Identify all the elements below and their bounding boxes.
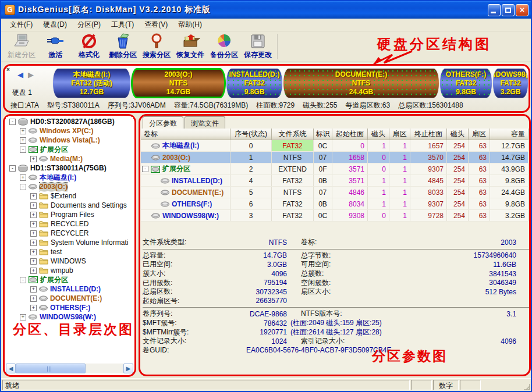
expand-toggle-icon[interactable]: + [30,212,37,218]
格式化-button[interactable]: 格式化 [72,33,106,60]
partition-segment[interactable]: DOCUMENT(E:)NTFS24.4GB [283,68,439,98]
expand-toggle-icon[interactable]: + [30,249,37,255]
tree-item[interactable]: +test [6,247,133,256]
tree-item[interactable]: +DOCUMENT(E:) [6,294,133,303]
tree-item[interactable]: -HD0:ST3200827A(186GB) [6,117,133,126]
expand-toggle-icon[interactable]: - [9,165,16,172]
tree-item[interactable]: +RECYCLED [6,219,133,229]
disk-structure-panel: × ◀ ▶ 硬盘 1 本地磁盘(I:)FAT32 (活动)12.7GB2003(… [3,64,530,113]
menu-item-0[interactable]: 文件(F) [5,19,38,31]
column-header[interactable]: 扇区 [389,129,410,140]
tree-item[interactable]: -HD1:ST380011A(75GB) [6,163,133,173]
激活-button[interactable]: 激活 [38,33,72,60]
expand-toggle-icon[interactable]: - [20,184,26,190]
tree-item[interactable]: +INSTALLED(D:) [6,284,133,294]
expand-toggle-icon[interactable]: + [30,230,37,237]
expand-toggle-icon[interactable]: + [30,193,37,199]
expand-toggle-icon[interactable]: - [20,147,26,153]
table-row[interactable]: INSTALLED(D:)4FAT320B3571114845254639.8G… [141,175,529,187]
panel-close-icon[interactable]: × [6,67,10,73]
tree-item[interactable]: +WINDOWS [6,256,133,266]
expand-toggle-icon[interactable]: + [30,258,37,265]
tree-item[interactable]: +System Volume Informati [6,238,133,247]
scroll-thumb[interactable] [16,364,86,373]
tree-item[interactable]: +本地磁盘(I:) [6,173,133,182]
maximize-button[interactable] [502,4,515,16]
tree-item[interactable]: +OTHERS(F:) [6,303,133,312]
tree-item[interactable]: +Documents and Settings [6,201,133,210]
expand-toggle-icon[interactable]: - [9,119,16,125]
next-disk-icon[interactable]: ▶ [28,70,34,79]
expand-toggle-icon[interactable]: + [30,286,37,293]
column-header[interactable]: 磁头 [447,129,469,140]
expand-toggle-icon[interactable]: + [30,221,37,227]
expand-toggle-icon[interactable]: + [30,202,37,209]
partition-segment[interactable]: 2003(O:)NTFS14.7GB [131,68,226,98]
menu-item-2[interactable]: 分区(P) [72,19,106,31]
备份分区-button[interactable]: 备份分区 [207,33,241,60]
cell: NTFS [272,152,314,163]
column-header[interactable]: 起始柱面 [332,129,368,140]
column-header[interactable]: 容量 [490,129,529,140]
column-header[interactable]: 终止柱面 [410,129,447,140]
tree-item[interactable]: -2003(O:) [6,182,133,191]
cell: 254 [447,210,469,221]
table-row[interactable]: 本地磁盘(I:)0FAT320C01116572546312.7GB [141,140,529,152]
table-row[interactable]: OTHERS(F:)6FAT320B8034119307254639.8GB [141,198,529,210]
minimize-button[interactable] [488,4,501,16]
column-header[interactable]: 文件系统 [272,129,314,140]
resize-grip-icon[interactable] [523,383,531,391]
column-header[interactable]: 磁头 [368,129,389,140]
table-row[interactable]: DOCUMENT(E:)5NTFS0748461180332546324.4GB [141,187,529,198]
prev-disk-icon[interactable]: ◀ [17,70,23,79]
tree-item[interactable]: +Windows Vista(L:) [6,136,133,145]
expand-toggle-icon[interactable]: + [30,295,37,302]
tree-item[interactable]: +Program Files [6,210,133,219]
tree-item[interactable]: +RECYCLER [6,229,133,238]
tab-分区参数[interactable]: 分区参数 [143,116,183,129]
menu-item-4[interactable]: 查看(V) [139,19,173,31]
menu-item-1[interactable]: 硬盘(D) [38,19,72,31]
expand-toggle-icon[interactable]: - [142,166,148,172]
partition-segment[interactable]: INSTALLED(D:)FAT329.8GB [226,68,283,98]
menu-item-5[interactable]: 帮助(H) [173,19,207,31]
scroll-right-icon[interactable]: ▶ [123,364,133,373]
expand-toggle-icon[interactable]: + [30,305,37,311]
close-button[interactable]: × [516,4,529,16]
partition-segment[interactable]: WINDOWS98(W:)FAT323.2GB [492,68,529,98]
expand-toggle-icon[interactable]: + [30,156,37,162]
保存更改-button[interactable]: 保存更改 [241,33,275,60]
tree-item[interactable]: +wmpub [6,266,133,275]
删除分区-button[interactable]: 删除分区 [106,33,140,60]
expand-toggle-icon[interactable]: + [20,314,26,320]
partition-segment[interactable]: OTHERS(F:)FAT329.8GB [439,68,492,98]
table-row[interactable]: 2003(O:)1NTFS0716580135702546314.7GB [141,152,529,163]
partition-cylinder-bar: 本地磁盘(I:)FAT32 (活动)12.7GB2003(O:)NTFS14.7… [52,68,530,98]
partition-segment[interactable]: 本地磁盘(I:)FAT32 (活动)12.7GB [52,68,131,98]
恢复文件-button[interactable]: 恢复文件 [173,33,207,60]
horizontal-scrollbar[interactable]: ◀ ▶ [6,364,133,373]
expand-toggle-icon[interactable]: - [20,277,26,283]
expand-toggle-icon[interactable]: + [20,137,26,144]
expand-toggle-icon[interactable]: + [30,240,37,246]
column-header[interactable]: 扇区 [469,129,490,140]
column-header[interactable]: 序号(状态) [230,129,272,140]
搜索分区-button[interactable]: 搜索分区 [140,33,173,60]
tab-浏览文件[interactable]: 浏览文件 [185,116,225,129]
table-row[interactable]: -扩展分区2EXTEND0F35710193072546343.9GB [141,163,529,175]
tree-item[interactable]: +$Extend [6,191,133,201]
column-header[interactable]: 标识 [314,129,332,140]
table-row[interactable]: WINDOWS98(W:)3FAT320C9308019728254633.2G… [141,210,529,222]
scroll-track[interactable] [16,364,123,373]
scroll-left-icon[interactable]: ◀ [6,364,16,373]
tree-item[interactable]: -扩展分区 [6,275,133,284]
tree-item[interactable]: +Media(M:) [6,154,133,163]
expand-toggle-icon[interactable]: + [20,128,26,134]
expand-toggle-icon[interactable]: + [30,268,37,274]
menu-item-3[interactable]: 工具(T) [106,19,139,31]
expand-toggle-icon[interactable]: + [20,174,26,181]
column-header[interactable]: 卷标 [141,129,230,140]
tree-item[interactable]: +Windows XP(C:) [6,126,133,136]
tree-item[interactable]: -扩展分区 [6,145,133,154]
detail-label: 卷GUID: [143,345,211,355]
